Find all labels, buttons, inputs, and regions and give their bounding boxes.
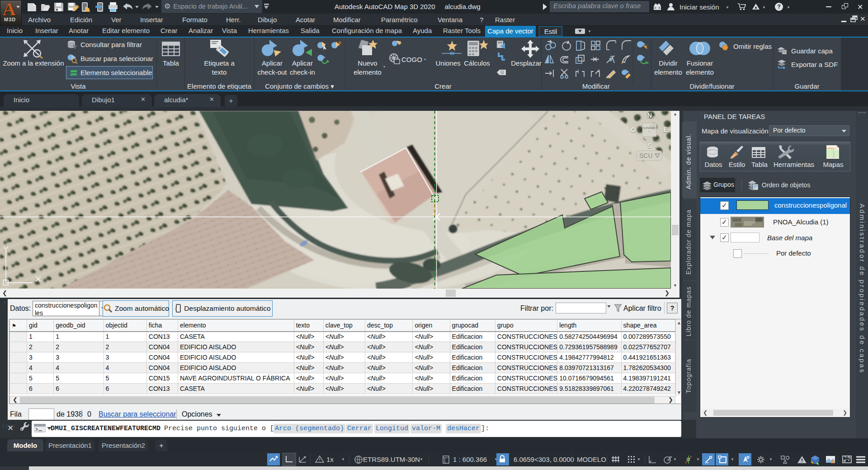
svg-text:S: S (647, 142, 651, 149)
svg-text:SUPERIOR: SUPERIOR (643, 127, 656, 129)
svg-text:E: E (663, 126, 667, 133)
svg-text:O: O (631, 126, 636, 133)
svg-text:N: N (647, 112, 652, 119)
svg-text:SCU: SCU (639, 152, 653, 159)
